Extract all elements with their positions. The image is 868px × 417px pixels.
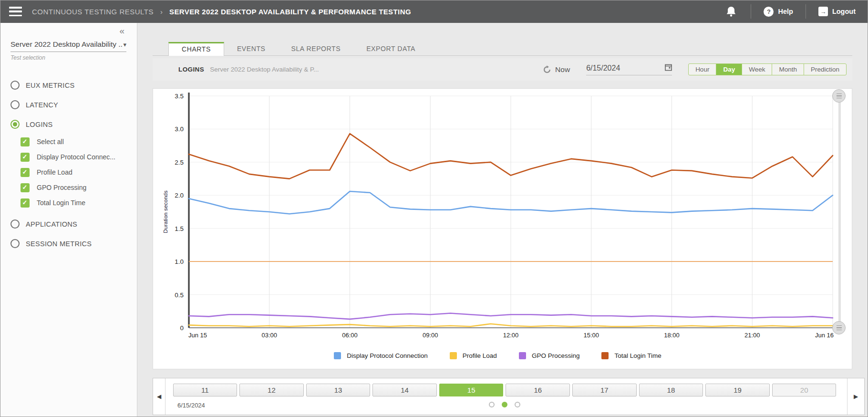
chart-header: LOGINS Server 2022 Desktop Availability …	[153, 58, 852, 81]
checkbox-checked-icon	[21, 137, 30, 146]
metric-checkbox-select-all[interactable]: Select all	[21, 134, 137, 149]
metric-label: Display Protocol Connec...	[37, 153, 115, 161]
y-tick-label: 1.0	[175, 258, 184, 265]
logout-button[interactable]: → Logout	[806, 0, 868, 23]
legend-swatch	[450, 352, 457, 359]
pagination-dot-0[interactable]	[489, 402, 495, 407]
metric-checkbox-profile-load[interactable]: Profile Load	[21, 165, 137, 180]
day-button-11[interactable]: 11	[173, 384, 238, 396]
day-button-12[interactable]: 12	[239, 384, 304, 396]
legend-swatch	[334, 352, 341, 359]
test-selection-dropdown[interactable]: Server 2022 Desktop Availability ... ▾	[10, 40, 126, 52]
day-button-19[interactable]: 19	[705, 384, 770, 396]
x-tick-label: 03:00	[261, 332, 277, 339]
day-selector-footer: 6/15/2024	[172, 401, 837, 410]
chevron-down-icon: ▾	[123, 41, 126, 48]
legend-item-display-protocol-connection[interactable]: Display Protocol Connection	[334, 352, 428, 359]
tab-sla-reports[interactable]: SLA REPORTS	[279, 42, 354, 55]
range-button-day[interactable]: Day	[716, 64, 742, 75]
day-button-18[interactable]: 18	[639, 384, 703, 396]
logout-label: Logout	[832, 8, 856, 15]
range-button-group: HourDayWeekMonthPrediction	[688, 63, 847, 75]
tab-charts[interactable]: CHARTS	[168, 42, 224, 56]
sidebar-section-label: LATENCY	[26, 101, 58, 109]
breadcrumb-separator-icon: ›	[160, 8, 163, 16]
help-label: Help	[778, 8, 793, 15]
range-button-month[interactable]: Month	[772, 64, 804, 75]
metric-label: GPO Processing	[37, 184, 86, 191]
day-button-13[interactable]: 13	[306, 384, 371, 396]
next-days-arrow[interactable]: ▶	[847, 378, 864, 415]
metric-checkbox-gpo-processing[interactable]: GPO Processing	[21, 180, 137, 195]
logout-icon: →	[818, 7, 828, 16]
sidebar-collapse-icon[interactable]: «	[119, 26, 124, 36]
legend-label: Total Login Time	[614, 352, 661, 359]
sidebar-section-logins[interactable]: LOGINS	[0, 115, 137, 134]
line-chart: 00.51.01.52.02.53.03.5Jun 1503:0006:0009…	[153, 89, 840, 344]
chart-subtitle: Server 2022 Desktop Availability & P...	[210, 66, 319, 73]
range-button-week[interactable]: Week	[742, 64, 772, 75]
refresh-now-button[interactable]: Now	[543, 65, 570, 74]
legend-item-total-login-time[interactable]: Total Login Time	[601, 352, 661, 359]
day-button-16[interactable]: 16	[506, 384, 570, 396]
metric-checkbox-total-login-time[interactable]: Total Login Time	[21, 195, 137, 210]
x-tick-label: 09:00	[423, 332, 438, 339]
day-button-14[interactable]: 14	[372, 384, 437, 396]
metric-checkbox-list: Select allDisplay Protocol Connec...Prof…	[21, 134, 137, 210]
legend-item-profile-load[interactable]: Profile Load	[450, 352, 497, 359]
hamburger-menu-icon[interactable]	[9, 7, 22, 16]
radio-icon	[10, 219, 20, 229]
y-tick-label: 3.0	[175, 125, 184, 133]
chart-legend: Display Protocol ConnectionProfile LoadG…	[186, 352, 809, 359]
now-label: Now	[555, 65, 570, 74]
chart-title: LOGINS	[178, 66, 204, 73]
previous-days-arrow[interactable]: ◀	[153, 378, 165, 415]
sidebar-section-label: SESSION METRICS	[26, 240, 92, 248]
checkbox-checked-icon	[21, 168, 30, 177]
day-selector-bar: ◀ 11121314151617181920 6/15/2024 ▶	[153, 378, 865, 415]
pagination-dots	[172, 402, 837, 407]
x-tick-label: 06:00	[342, 332, 358, 339]
refresh-icon	[543, 65, 551, 74]
sidebar-section-label: EUX METRICS	[26, 82, 74, 89]
radio-selected-icon	[10, 120, 20, 129]
metric-label: Profile Load	[37, 168, 72, 176]
day-button-15[interactable]: 15	[439, 384, 504, 396]
checkbox-checked-icon	[21, 198, 30, 208]
tabstrip: CHARTSEVENTSSLA REPORTSEXPORT DATA	[153, 42, 852, 56]
legend-item-gpo-processing[interactable]: GPO Processing	[519, 352, 580, 359]
checkbox-checked-icon	[21, 153, 30, 162]
day-buttons: 11121314151617181920	[172, 384, 837, 396]
date-value: 6/15/2024	[586, 64, 620, 73]
date-input[interactable]: 6/15/2024	[586, 63, 672, 75]
sidebar-section-session-metrics[interactable]: SESSION METRICS	[0, 234, 137, 253]
sidebar: « Server 2022 Desktop Availability ... ▾…	[0, 23, 137, 417]
x-tick-label: 15:00	[583, 332, 599, 339]
y-zoom-slider-handle-top[interactable]	[832, 89, 846, 103]
help-button[interactable]: ? Help	[751, 0, 805, 23]
y-zoom-slider-track	[838, 96, 841, 328]
pagination-dot-1[interactable]	[502, 402, 507, 407]
radio-icon	[10, 81, 20, 90]
topbar: CONTINUOUS TESTING RESULTS › SERVER 2022…	[0, 0, 868, 23]
range-button-prediction[interactable]: Prediction	[804, 64, 846, 75]
sidebar-section-latency[interactable]: LATENCY	[0, 95, 137, 115]
y-tick-label: 3.5	[175, 93, 184, 100]
y-zoom-slider-handle-bottom[interactable]	[832, 321, 846, 334]
tab-events[interactable]: EVENTS	[224, 42, 279, 55]
test-selection-caption: Test selection	[10, 54, 126, 61]
sidebar-sections: EUX METRICSLATENCYLOGINSSelect allDispla…	[0, 75, 137, 253]
legend-label: GPO Processing	[532, 352, 580, 359]
pagination-dot-2[interactable]	[515, 402, 520, 407]
calendar-icon[interactable]	[665, 63, 672, 73]
day-button-17[interactable]: 17	[572, 384, 637, 396]
x-tick-label: Jun 15	[188, 332, 207, 339]
metric-checkbox-display-protocol-connec[interactable]: Display Protocol Connec...	[21, 149, 137, 165]
x-tick-label: 12:00	[503, 332, 519, 339]
breadcrumb-root[interactable]: CONTINUOUS TESTING RESULTS	[32, 8, 154, 16]
sidebar-section-applications[interactable]: APPLICATIONS	[0, 214, 137, 234]
notifications-bell-icon[interactable]	[712, 6, 751, 17]
tab-export-data[interactable]: EXPORT DATA	[353, 42, 428, 55]
sidebar-section-eux-metrics[interactable]: EUX METRICS	[0, 75, 137, 95]
range-button-hour[interactable]: Hour	[689, 64, 716, 75]
